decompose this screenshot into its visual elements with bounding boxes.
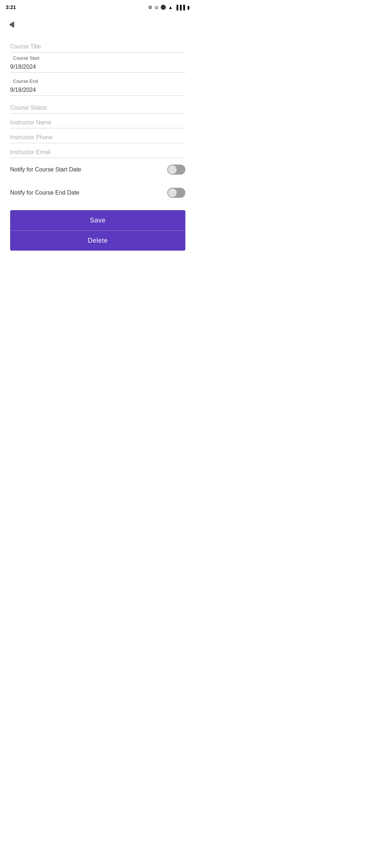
status-icons: ⚙ ⊙ ▲ ▐▐▐ ▮ xyxy=(148,5,190,10)
instructor-phone-group xyxy=(10,131,185,143)
instructor-phone-input[interactable] xyxy=(10,131,185,143)
instructor-email-group xyxy=(10,146,185,158)
notify-start-row: Notify for Course Start Date xyxy=(10,161,185,178)
notify-end-row: Notify for Course End Date xyxy=(10,184,185,201)
course-status-input[interactable] xyxy=(10,102,185,114)
top-nav xyxy=(0,14,196,35)
course-end-value[interactable]: 9/18/2024 xyxy=(10,85,185,96)
nfc-icon: ⊙ xyxy=(155,5,159,10)
course-title-group xyxy=(10,41,185,52)
notify-end-label: Notify for Course End Date xyxy=(10,190,79,196)
settings-icon: ⚙ xyxy=(148,5,152,10)
status-time: 3:21 xyxy=(6,4,16,10)
back-arrow-icon xyxy=(9,21,14,28)
status-bar: 3:21 ⚙ ⊙ ▲ ▐▐▐ ▮ xyxy=(0,0,196,14)
signal-icon: ▐▐▐ xyxy=(175,5,185,10)
battery-icon: ▮ xyxy=(187,5,190,10)
save-button[interactable]: Save xyxy=(10,210,185,230)
notify-start-section: Notify for Course Start Date xyxy=(10,161,185,178)
wifi-icon: ▲ xyxy=(168,5,173,10)
course-status-group xyxy=(10,102,185,114)
notify-end-knob xyxy=(168,188,177,197)
instructor-email-input[interactable] xyxy=(10,146,185,158)
course-start-label: Course Start xyxy=(10,55,185,61)
course-start-section: Course Start 9/18/2024 xyxy=(10,55,185,73)
back-button[interactable] xyxy=(6,19,17,30)
notify-start-label: Notify for Course Start Date xyxy=(10,166,81,173)
notification-dot xyxy=(161,5,166,10)
instructor-name-input[interactable] xyxy=(10,116,185,128)
notify-start-knob xyxy=(168,165,177,174)
notify-end-section: Notify for Course End Date xyxy=(10,184,185,201)
notify-end-toggle[interactable] xyxy=(167,188,185,198)
course-title-input[interactable] xyxy=(10,41,185,52)
action-buttons: Save Delete xyxy=(10,210,185,251)
course-end-section: Course End 9/18/2024 xyxy=(10,78,185,96)
form-container: Course Start 9/18/2024 Course End 9/18/2… xyxy=(0,35,196,256)
instructor-name-group xyxy=(10,116,185,128)
delete-button[interactable]: Delete xyxy=(10,230,185,251)
course-start-value[interactable]: 9/18/2024 xyxy=(10,61,185,73)
notify-start-toggle[interactable] xyxy=(167,165,185,175)
course-end-label: Course End xyxy=(10,78,185,84)
